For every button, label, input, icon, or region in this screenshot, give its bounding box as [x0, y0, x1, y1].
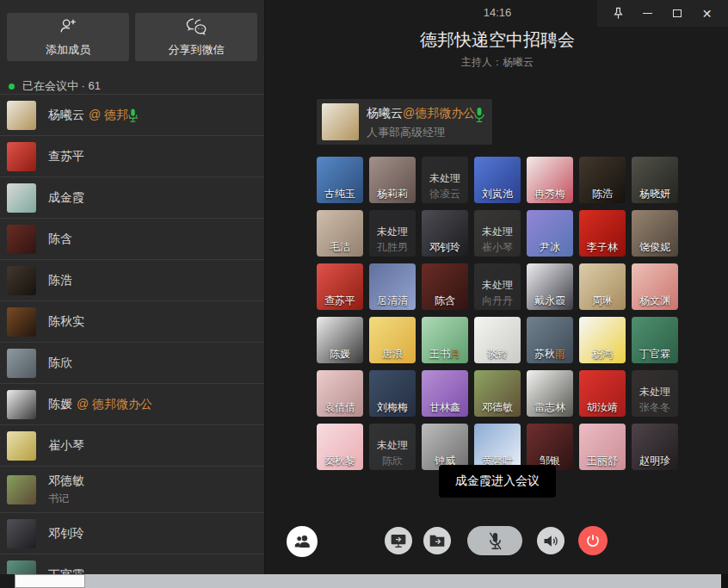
- participant-tile[interactable]: 未处理崔小琴: [474, 210, 521, 257]
- participant-name: 秦秋黎: [317, 454, 363, 468]
- member-row[interactable]: 陈浩: [0, 259, 264, 300]
- scrollbar-thumb[interactable]: [15, 574, 85, 588]
- member-avatar: [7, 101, 36, 130]
- participant-tile[interactable]: 未处理张冬冬: [632, 370, 678, 417]
- join-toast: 成金霞进入会议: [439, 465, 556, 498]
- member-row[interactable]: 成金霞: [0, 176, 264, 218]
- participant-name: 邓钊玲: [422, 240, 468, 255]
- speaker-title: 人事部高级经理: [367, 125, 445, 140]
- participant-name: 杨文渊: [632, 294, 678, 308]
- participant-tile[interactable]: 黄磬叶: [474, 424, 521, 470]
- participant-grid: 古纯玉杨莉莉未处理徐凌云刘岚池冉秀梅陈浩杨晓妍毛洁未处理孔胜男邓钊玲未处理崔小琴…: [317, 157, 678, 470]
- speaker-volume-button[interactable]: [537, 527, 565, 554]
- participant-tile[interactable]: 杨莉莉: [369, 157, 416, 203]
- participant-tile[interactable]: 苏秋雨: [527, 317, 573, 363]
- member-row[interactable]: 邓德敏书记: [0, 466, 264, 512]
- member-row[interactable]: 杨曦云@ 德邦...: [0, 94, 264, 135]
- participant-tile[interactable]: 胡汝靖: [579, 370, 626, 417]
- mic-on-icon: [127, 108, 139, 122]
- participant-name: 居清清: [369, 294, 416, 308]
- participant-tile[interactable]: 赵明珍: [632, 424, 678, 470]
- participant-name: 雷志林: [527, 400, 573, 415]
- member-job-title: 书记: [48, 492, 84, 506]
- participant-tile[interactable]: 钟威: [422, 424, 468, 470]
- participant-tile[interactable]: 邓德敏: [474, 370, 521, 417]
- participant-tile[interactable]: 杨文渊: [632, 263, 678, 310]
- participant-tile[interactable]: 戴永霞: [527, 263, 573, 310]
- participant-tile[interactable]: 未处理向丹丹: [474, 263, 521, 310]
- participant-tile[interactable]: 古纯玉: [317, 157, 363, 203]
- member-avatar: [7, 519, 36, 548]
- unprocessed-badge: 未处理: [369, 438, 416, 453]
- participant-tile[interactable]: 谈铃: [474, 317, 521, 363]
- participant-tile[interactable]: 丁官霖: [632, 317, 678, 363]
- member-row[interactable]: 陈秋实: [0, 300, 264, 342]
- scrollbar-corner-right: [721, 574, 728, 588]
- participant-tile[interactable]: 刘岚池: [474, 157, 521, 203]
- screen-share-button[interactable]: [385, 527, 412, 554]
- participant-tile[interactable]: 王丽舒: [579, 424, 626, 470]
- participant-tile[interactable]: 唐浪: [369, 317, 416, 363]
- unprocessed-badge: 未处理: [632, 385, 678, 399]
- member-name: 陈媛: [48, 397, 72, 411]
- participant-name: 周琳: [579, 294, 626, 308]
- participant-tile[interactable]: 雷志林: [527, 370, 573, 417]
- horizontal-scrollbar[interactable]: [0, 574, 728, 588]
- participant-tile[interactable]: 邓钊玲: [422, 210, 468, 257]
- participant-name: 向丹丹: [474, 294, 521, 308]
- participant-name: 杨鸿: [579, 347, 626, 362]
- participant-tile[interactable]: 秦秋黎: [317, 424, 363, 470]
- member-name: 陈浩: [48, 273, 72, 287]
- member-row[interactable]: 丁官霖: [0, 554, 264, 574]
- speaker-avatar: [322, 103, 359, 140]
- member-row[interactable]: 崔小琴: [0, 424, 264, 466]
- participant-tile[interactable]: 袁倩倩: [317, 370, 363, 417]
- leave-meeting-button[interactable]: [578, 526, 608, 555]
- meeting-clock: 14:16: [317, 6, 678, 19]
- member-avatar: [7, 183, 36, 213]
- participant-tile[interactable]: 未处理徐凌云: [422, 157, 468, 203]
- share-to-wechat-button[interactable]: 分享到微信: [135, 13, 257, 61]
- participant-name: 赵明珍: [632, 454, 678, 468]
- participant-tile[interactable]: 陈媛: [317, 317, 363, 363]
- participant-tile[interactable]: 邹银: [527, 424, 573, 470]
- add-member-button[interactable]: 添加成员: [7, 13, 129, 61]
- participant-name: 苏秋雨: [527, 347, 573, 362]
- participant-tile[interactable]: 杨晓妍: [632, 157, 678, 203]
- participant-tile[interactable]: 周琳: [579, 263, 626, 310]
- member-row[interactable]: 查苏平: [0, 135, 264, 176]
- participant-tile[interactable]: 未处理孔胜男: [369, 210, 416, 257]
- unprocessed-badge: 未处理: [474, 278, 521, 293]
- members-button[interactable]: [287, 526, 318, 557]
- participant-tile[interactable]: 杨鸿: [579, 317, 626, 363]
- share-file-icon: [429, 533, 446, 548]
- participant-name: 刘岚池: [474, 187, 521, 201]
- share-file-button[interactable]: [423, 527, 451, 554]
- unprocessed-badge: 未处理: [422, 171, 468, 186]
- member-avatar: [7, 560, 36, 575]
- member-row[interactable]: 邓钊玲: [0, 512, 264, 554]
- member-row[interactable]: 陈含: [0, 218, 264, 259]
- power-icon: [585, 533, 601, 548]
- participant-tile[interactable]: 未处理陈欣: [369, 424, 416, 470]
- participant-tile[interactable]: 查苏平: [317, 263, 363, 310]
- add-member-icon: [59, 16, 77, 38]
- participant-tile[interactable]: 陈含: [422, 263, 468, 310]
- participant-name: 杨晓妍: [632, 187, 678, 201]
- active-speaker-card[interactable]: 杨曦云@德邦微办公 人事部高级经理: [317, 99, 492, 145]
- participant-tile[interactable]: 居清清: [369, 263, 416, 310]
- participant-tile[interactable]: 李子林: [579, 210, 626, 257]
- participant-tile[interactable]: 刘梅梅: [369, 370, 416, 417]
- member-row[interactable]: 陈欣: [0, 342, 264, 383]
- participant-tile[interactable]: 毛洁: [317, 210, 363, 257]
- participant-tile[interactable]: 甘林鑫: [422, 370, 468, 417]
- participant-tile[interactable]: 饶俊妮: [632, 210, 678, 257]
- microphone-muted-button[interactable]: [467, 526, 522, 555]
- member-row[interactable]: 陈媛@ 德邦微办公: [0, 383, 264, 424]
- participant-tile[interactable]: 尹冰: [527, 210, 573, 257]
- member-name: 丁官霖: [48, 567, 84, 574]
- participant-tile[interactable]: 冉秀梅: [527, 157, 573, 203]
- participant-tile[interactable]: 王书月: [422, 317, 468, 363]
- participant-tile[interactable]: 陈浩: [579, 157, 626, 203]
- close-button[interactable]: ✕: [699, 5, 716, 22]
